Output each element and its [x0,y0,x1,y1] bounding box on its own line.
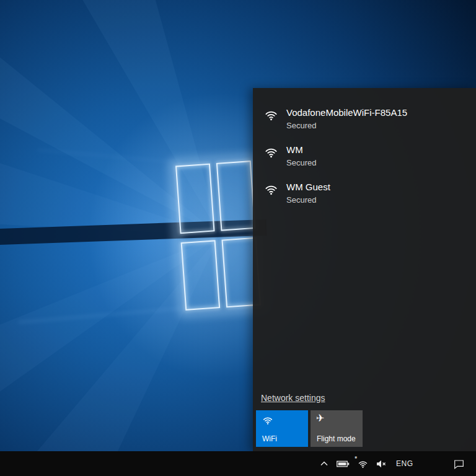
network-tray-icon[interactable]: * [356,451,369,476]
network-status: Secured [286,120,407,131]
action-center-icon[interactable] [451,451,467,476]
network-name: VodafoneMobileWiFi-F85A15 [286,107,407,119]
taskbar: * ENG [0,451,476,476]
battery-icon[interactable] [335,451,351,476]
network-item[interactable]: VodafoneMobileWiFi-F85A15 Secured [253,100,476,138]
show-hidden-icons-chevron[interactable] [319,451,330,476]
network-text: WM Guest Secured [286,181,330,206]
wifi-signal-icon [264,182,278,199]
network-item[interactable]: WM Guest Secured [253,175,476,212]
flight-mode-tile-label: Flight mode [317,434,356,443]
network-status: Secured [286,195,330,206]
wifi-signal-icon [264,108,278,125]
wifi-toggle-tile[interactable]: WiFi [256,410,308,447]
language-indicator[interactable]: ENG [394,451,416,476]
network-settings-link[interactable]: Network settings [261,393,325,403]
wifi-flyout-panel: VodafoneMobileWiFi-F85A15 Secured WM Sec… [253,88,476,451]
wifi-tile-label: WiFi [262,434,277,443]
network-text: VodafoneMobileWiFi-F85A15 Secured [286,107,407,131]
wifi-icon [262,415,273,428]
networks-available-overlay: * [355,456,357,462]
quick-actions: WiFi ✈ Flight mode [256,410,363,447]
network-name: WM Guest [286,181,330,193]
network-name: WM [286,144,316,156]
network-status: Secured [286,157,316,169]
network-item[interactable]: WM Secured [253,138,476,175]
flight-mode-tile[interactable]: ✈ Flight mode [311,410,363,447]
desktop: VodafoneMobileWiFi-F85A15 Secured WM Sec… [0,0,476,476]
network-list: VodafoneMobileWiFi-F85A15 Secured WM Sec… [253,100,476,212]
system-tray: * ENG [319,451,416,476]
airplane-icon: ✈ [316,412,324,424]
wifi-signal-icon [264,145,278,162]
network-text: WM Secured [286,144,316,169]
volume-muted-icon[interactable] [375,451,388,476]
